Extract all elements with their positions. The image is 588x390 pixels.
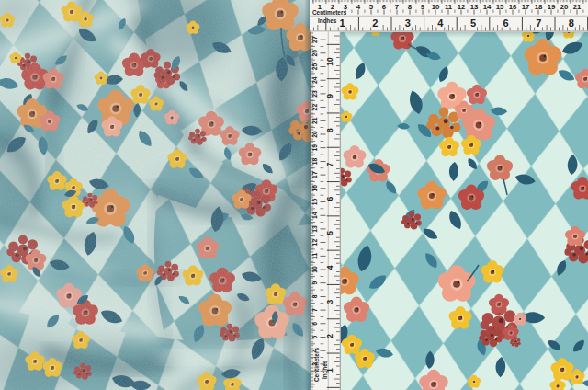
svg-text:12: 12 — [311, 239, 318, 247]
svg-text:13: 13 — [470, 3, 479, 11]
svg-text:6: 6 — [325, 197, 334, 201]
svg-text:Inches: Inches — [318, 17, 337, 24]
svg-text:8: 8 — [325, 128, 334, 132]
svg-text:2: 2 — [372, 17, 378, 29]
svg-text:19: 19 — [311, 144, 318, 152]
svg-text:21: 21 — [573, 3, 582, 11]
svg-text:18: 18 — [311, 157, 318, 165]
svg-text:Centimeters: Centimeters — [313, 348, 320, 382]
svg-text:Inches: Inches — [322, 360, 328, 379]
svg-text:7: 7 — [536, 17, 541, 29]
svg-text:5: 5 — [325, 231, 334, 235]
svg-text:20: 20 — [560, 3, 569, 11]
svg-text:7: 7 — [395, 3, 399, 11]
svg-text:17: 17 — [522, 3, 530, 11]
svg-text:10: 10 — [325, 57, 334, 66]
svg-text:20: 20 — [311, 131, 318, 138]
svg-text:14: 14 — [311, 212, 318, 219]
svg-text:23: 23 — [311, 90, 318, 98]
svg-text:1: 1 — [340, 17, 345, 29]
svg-text:11: 11 — [445, 3, 453, 11]
svg-text:9: 9 — [421, 3, 425, 11]
svg-text:16: 16 — [311, 185, 318, 192]
svg-text:26: 26 — [311, 50, 318, 57]
svg-text:9: 9 — [325, 94, 334, 98]
svg-text:15: 15 — [311, 199, 318, 206]
svg-text:5: 5 — [470, 17, 476, 29]
svg-text:14: 14 — [483, 3, 492, 11]
svg-text:12: 12 — [458, 3, 466, 11]
svg-text:2: 2 — [325, 334, 334, 338]
svg-text:21: 21 — [311, 117, 318, 124]
svg-text:7: 7 — [311, 308, 318, 312]
svg-text:3: 3 — [405, 17, 411, 29]
svg-text:7: 7 — [325, 162, 334, 166]
svg-text:6: 6 — [311, 322, 318, 326]
svg-text:8: 8 — [311, 294, 318, 298]
svg-text:11: 11 — [311, 252, 318, 258]
svg-text:19: 19 — [548, 3, 556, 11]
svg-text:4: 4 — [437, 17, 444, 29]
svg-text:16: 16 — [509, 3, 517, 11]
svg-text:6: 6 — [503, 17, 509, 29]
svg-text:22: 22 — [311, 104, 318, 111]
svg-text:15: 15 — [496, 3, 504, 11]
svg-text:17: 17 — [311, 171, 318, 178]
svg-text:24: 24 — [311, 76, 318, 84]
svg-text:13: 13 — [311, 225, 318, 233]
svg-text:8: 8 — [569, 17, 574, 29]
svg-text:10: 10 — [311, 266, 318, 273]
svg-text:27: 27 — [311, 36, 318, 43]
svg-text:Centimeters: Centimeters — [312, 9, 346, 16]
svg-text:3: 3 — [325, 299, 334, 304]
svg-text:10: 10 — [432, 3, 440, 11]
svg-text:9: 9 — [311, 281, 318, 285]
svg-text:8: 8 — [408, 3, 413, 11]
svg-text:4: 4 — [325, 265, 334, 270]
svg-text:6: 6 — [382, 3, 387, 11]
svg-text:4: 4 — [356, 3, 361, 11]
svg-text:18: 18 — [535, 3, 543, 11]
svg-text:5: 5 — [311, 335, 318, 338]
svg-text:5: 5 — [369, 3, 374, 11]
svg-text:25: 25 — [311, 63, 318, 71]
